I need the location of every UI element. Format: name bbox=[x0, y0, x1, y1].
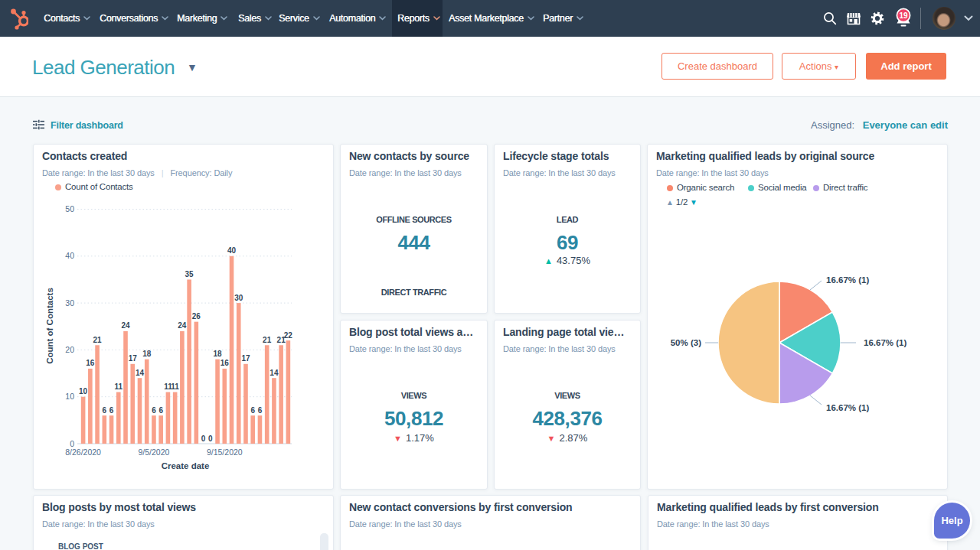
svg-text:10: 10 bbox=[79, 387, 88, 395]
svg-text:17: 17 bbox=[241, 354, 250, 363]
svg-text:20: 20 bbox=[65, 345, 74, 354]
svg-text:10: 10 bbox=[65, 392, 74, 401]
svg-text:40: 40 bbox=[227, 246, 237, 255]
svg-text:0: 0 bbox=[70, 439, 74, 448]
svg-text:11: 11 bbox=[171, 382, 179, 391]
svg-text:Create date: Create date bbox=[162, 461, 210, 470]
svg-text:19: 19 bbox=[899, 11, 908, 20]
svg-text:9/5/2020: 9/5/2020 bbox=[138, 447, 169, 457]
svg-text:6: 6 bbox=[158, 406, 163, 415]
svg-text:30: 30 bbox=[65, 298, 74, 308]
svg-text:40: 40 bbox=[65, 251, 74, 260]
svg-text:16.67% (1): 16.67% (1) bbox=[826, 275, 869, 285]
svg-text:24: 24 bbox=[178, 321, 187, 330]
svg-text:0: 0 bbox=[208, 434, 213, 443]
svg-text:6: 6 bbox=[103, 406, 107, 415]
svg-text:6: 6 bbox=[250, 406, 255, 415]
svg-text:6: 6 bbox=[258, 406, 263, 415]
svg-text:21: 21 bbox=[263, 336, 272, 344]
svg-text:21: 21 bbox=[93, 336, 103, 344]
svg-text:14: 14 bbox=[270, 369, 279, 377]
svg-text:30: 30 bbox=[234, 294, 243, 302]
svg-text:9/15/2020: 9/15/2020 bbox=[207, 447, 243, 457]
svg-text:18: 18 bbox=[213, 350, 222, 358]
svg-text:6: 6 bbox=[109, 406, 114, 415]
svg-text:11: 11 bbox=[114, 382, 122, 391]
svg-text:16: 16 bbox=[86, 359, 95, 367]
svg-text:8/26/2020: 8/26/2020 bbox=[65, 447, 101, 457]
svg-text:35: 35 bbox=[185, 270, 194, 278]
svg-text:16: 16 bbox=[220, 359, 230, 367]
svg-text:18: 18 bbox=[142, 350, 152, 358]
svg-text:50% (3): 50% (3) bbox=[671, 338, 701, 347]
svg-text:14: 14 bbox=[136, 369, 145, 377]
svg-text:6: 6 bbox=[152, 406, 156, 415]
svg-text:26: 26 bbox=[192, 312, 201, 321]
svg-text:17: 17 bbox=[129, 354, 138, 363]
svg-text:Count of Contacts: Count of Contacts bbox=[45, 288, 54, 364]
svg-text:16.67% (1): 16.67% (1) bbox=[826, 403, 869, 412]
svg-text:22: 22 bbox=[284, 331, 293, 340]
svg-text:16.67% (1): 16.67% (1) bbox=[864, 338, 906, 347]
svg-text:24: 24 bbox=[121, 321, 130, 330]
svg-text:50: 50 bbox=[65, 204, 74, 213]
svg-text:0: 0 bbox=[201, 434, 206, 443]
